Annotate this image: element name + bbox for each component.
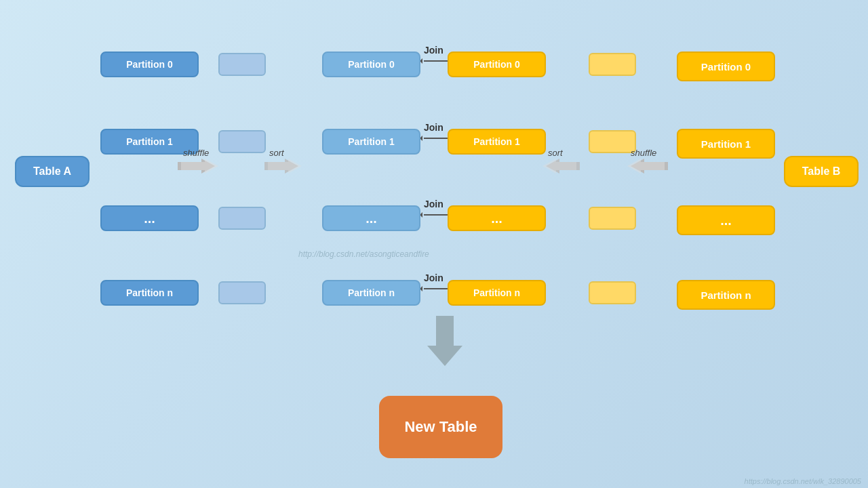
svg-marker-9	[420, 212, 422, 218]
right-partition-n: Partition n	[677, 280, 775, 310]
mid-left-partition-0: Partition 0	[322, 52, 420, 77]
shuffle-arrows-right	[627, 159, 668, 174]
buffer-right-dots	[589, 207, 636, 230]
left-partition-0: Partition 0	[100, 52, 199, 77]
buffer-right-n	[589, 281, 636, 304]
sort-label-right: sort	[548, 148, 563, 158]
buffer-left-0	[218, 53, 266, 76]
shuffle-label-left: shuffle	[183, 148, 209, 158]
table-b-label: Table B	[784, 156, 859, 187]
svg-marker-1	[181, 159, 218, 174]
down-arrow	[427, 316, 462, 366]
svg-marker-11	[420, 286, 422, 291]
left-partition-dots: ...	[100, 205, 199, 231]
buffer-right-0	[589, 53, 636, 76]
svg-marker-15	[627, 159, 665, 174]
svg-marker-7	[420, 136, 422, 141]
sort-arrows-left	[264, 159, 302, 174]
mid-right-partition-dots: ...	[448, 205, 546, 231]
buffer-left-n	[218, 281, 266, 304]
sort-arrows-right	[542, 159, 580, 174]
watermark-top: http://blog.csdn.net/asongticeandfire	[298, 249, 429, 259]
mid-left-partition-1: Partition 1	[322, 129, 420, 155]
right-partition-dots: ...	[677, 205, 775, 235]
svg-marker-5	[420, 58, 422, 64]
mid-left-partition-n: Partition n	[322, 280, 420, 306]
watermark-bottom: https://blog.csdn.net/wlk_32890005	[745, 477, 861, 485]
join-label-0: Join	[424, 45, 443, 56]
right-partition-1: Partition 1	[677, 129, 775, 159]
mid-right-partition-1: Partition 1	[448, 129, 546, 155]
buffer-left-dots	[218, 207, 266, 230]
mid-right-partition-0: Partition 0	[448, 52, 546, 77]
new-table-button[interactable]: New Table	[379, 396, 502, 458]
join-label-dots: Join	[424, 199, 443, 209]
shuffle-arrows-left	[178, 159, 218, 174]
buffer-left-1	[218, 130, 266, 153]
right-partition-0: Partition 0	[677, 52, 775, 81]
buffer-right-1	[589, 130, 636, 153]
sort-label-left: sort	[269, 148, 284, 158]
mid-left-partition-dots: ...	[322, 205, 420, 231]
join-label-1: Join	[424, 122, 443, 133]
shuffle-label-right: shuffle	[631, 148, 656, 158]
join-label-n: Join	[424, 272, 443, 283]
table-a-label: Table A	[15, 156, 90, 187]
left-partition-n: Partition n	[100, 280, 199, 306]
mid-right-partition-n: Partition n	[448, 280, 546, 306]
